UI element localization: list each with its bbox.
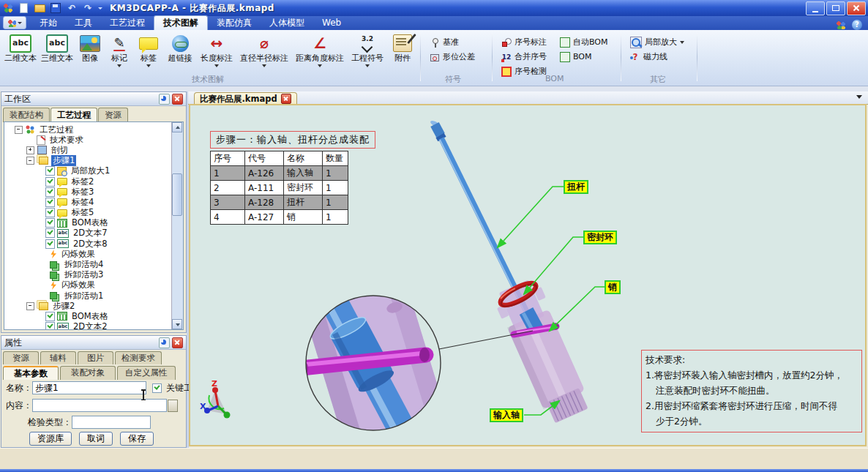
tab-auxiliary[interactable]: 辅料 <box>40 351 76 364</box>
tree-item[interactable]: abc2D文本7 <box>4 228 183 239</box>
checkbox-checked[interactable] <box>45 228 55 238</box>
checkbox-checked[interactable] <box>45 239 55 249</box>
checkbox-checked[interactable] <box>45 187 55 197</box>
detail-view-circle[interactable] <box>296 255 456 445</box>
undo-icon[interactable]: ↶ <box>65 2 78 14</box>
pick-word-button[interactable]: 取词 <box>79 432 113 446</box>
checkbox-checked[interactable] <box>45 322 55 330</box>
part-label-torsion-bar[interactable]: 扭杆 <box>564 180 588 194</box>
input-shaft-part[interactable] <box>492 276 594 425</box>
tab-picture[interactable]: 图片 <box>78 351 113 364</box>
tab-inspection-req[interactable]: 检测要求 <box>115 351 162 364</box>
button-label[interactable]: 标签 <box>135 32 162 73</box>
app-menu-button[interactable] <box>3 16 26 29</box>
tree-item[interactable]: 拆卸活动3 <box>4 270 183 280</box>
scroll-down-icon[interactable] <box>172 319 182 329</box>
checkbox-checked[interactable] <box>45 312 55 321</box>
restore-button[interactable] <box>826 1 845 15</box>
tab-assembly-structure[interactable]: 装配结构 <box>3 108 50 122</box>
checkbox-checked[interactable] <box>45 166 55 176</box>
tab-tools[interactable]: 工具 <box>66 16 101 30</box>
part-label-seal-ring[interactable]: 密封环 <box>583 231 617 244</box>
tab-process[interactable]: 工艺过程 <box>101 16 154 30</box>
button-diameter-radius-dim[interactable]: ⌀ 直径半径标注 <box>237 32 291 73</box>
part-label-pin[interactable]: 销 <box>605 280 621 294</box>
quick-access-dropdown-icon[interactable] <box>97 2 102 14</box>
tree-item[interactable]: 局部放大1 <box>4 166 183 176</box>
document-close-icon[interactable] <box>281 94 291 104</box>
collapse-icon[interactable] <box>26 157 34 165</box>
panel-close-icon[interactable] <box>172 337 183 348</box>
scroll-up-icon[interactable] <box>172 122 182 132</box>
button-length-dim[interactable]: ↔ 长度标注 <box>198 32 236 73</box>
button-auto-bom[interactable]: 自动BOM <box>558 36 610 48</box>
document-list-dropdown-icon[interactable] <box>856 95 862 99</box>
model-canvas[interactable]: Z X 步骤一：输入轴、扭杆分总成装配 序号代号 名称数量 1A-126 输入轴… <box>189 104 867 446</box>
content-more-button[interactable] <box>168 400 178 412</box>
tab-basic-params[interactable]: 基本参数 <box>3 366 59 380</box>
button-distance-angle-dim[interactable]: ∠ 距离角度标注 <box>293 32 347 73</box>
tab-assembly-sim[interactable]: 装配仿真 <box>208 16 261 30</box>
panel-pin-icon[interactable] <box>159 94 170 105</box>
close-button[interactable] <box>847 1 866 15</box>
tab-custom-props[interactable]: 自定义属性 <box>117 366 176 380</box>
button-mark[interactable]: ✎ 标记 <box>105 32 133 73</box>
save-button[interactable]: 保存 <box>120 432 154 446</box>
expand-icon[interactable] <box>26 146 34 154</box>
tab-tech-illustration[interactable]: 技术图解 <box>154 15 208 30</box>
button-engineering-symbol[interactable]: 3.2 工程符号 <box>348 32 386 73</box>
tree-item[interactable]: 工艺过程 <box>4 124 183 135</box>
key-process-checkbox[interactable] <box>152 383 162 393</box>
checkbox-checked[interactable] <box>45 198 55 207</box>
tree-item[interactable]: BOM表格 <box>4 218 183 228</box>
collapse-icon[interactable] <box>15 126 23 134</box>
open-file-icon[interactable] <box>33 2 46 14</box>
content-input[interactable] <box>32 399 167 412</box>
scroll-thumb[interactable] <box>172 173 182 216</box>
redo-icon[interactable]: ↷ <box>81 2 94 14</box>
resource-lib-button[interactable]: 资源库 <box>29 432 72 446</box>
checkbox-checked[interactable] <box>45 177 55 187</box>
button-hyperlink[interactable]: 超链接 <box>164 32 196 73</box>
tree-item[interactable]: 标签4 <box>4 197 183 207</box>
tree-item[interactable]: BOM表格 <box>4 311 183 321</box>
tree-item[interactable]: 拆卸活动1 <box>4 291 183 301</box>
tree-item[interactable]: 拆卸活动4 <box>4 259 183 269</box>
help-icon[interactable]: ? <box>852 20 862 30</box>
tree-item[interactable]: 标签5 <box>4 208 183 218</box>
tree-item[interactable]: 标签3 <box>4 187 183 197</box>
tree-item-selected[interactable]: 步骤1 <box>4 156 183 166</box>
tab-assembly-object[interactable]: 装配对象 <box>60 366 116 380</box>
tab-resource[interactable]: 资源 <box>3 351 39 364</box>
save-icon[interactable] <box>49 2 62 14</box>
checkbox-checked[interactable] <box>45 218 55 228</box>
part-label-input-shaft[interactable]: 输入轴 <box>490 408 523 422</box>
tab-process[interactable]: 工艺过程 <box>50 108 97 122</box>
tree-item[interactable]: 技术要求 <box>4 135 183 145</box>
tree-item[interactable]: 步骤2 <box>4 301 183 311</box>
tree-item[interactable]: 闪烁效果 <box>4 280 183 291</box>
tree-item[interactable]: abc2D文本8 <box>4 239 183 249</box>
tree-scrollbar[interactable] <box>171 122 183 329</box>
button-seq-check[interactable]: 序号检测 <box>499 65 549 78</box>
step-title-box[interactable]: 步骤一：输入轴、扭杆分总成装配 <box>210 131 375 149</box>
button-3d-text[interactable]: abc 三维文本 <box>40 32 75 73</box>
checkbox-checked[interactable] <box>45 208 55 217</box>
document-tab[interactable]: 比赛作品展.kmapd <box>194 92 297 105</box>
button-seq-mark[interactable]: 序号标注 <box>499 36 549 48</box>
panel-pin-icon[interactable] <box>159 337 170 348</box>
name-input[interactable] <box>32 381 146 394</box>
button-magnet-line[interactable]: ?磁力线 <box>628 50 670 63</box>
button-datum[interactable]: 基准 <box>427 36 461 48</box>
bom-table[interactable]: 序号代号 名称数量 1A-126 输入轴1 2A-111 密封环1 3A-128… <box>210 151 348 225</box>
button-2d-text[interactable]: abc 二维文本 <box>3 32 38 73</box>
button-attachment[interactable]: 附件 <box>388 32 417 73</box>
tree-item[interactable]: 闪烁效果 <box>4 249 183 259</box>
tab-resource[interactable]: 资源 <box>98 108 128 122</box>
tree-item[interactable]: abc2D文本2 <box>4 322 183 330</box>
collapse-icon[interactable] <box>26 302 34 310</box>
tree-item[interactable]: 标签2 <box>4 176 183 187</box>
check-type-input[interactable] <box>72 416 151 429</box>
tab-start[interactable]: 开始 <box>31 16 66 30</box>
tab-web[interactable]: Web <box>313 16 350 30</box>
